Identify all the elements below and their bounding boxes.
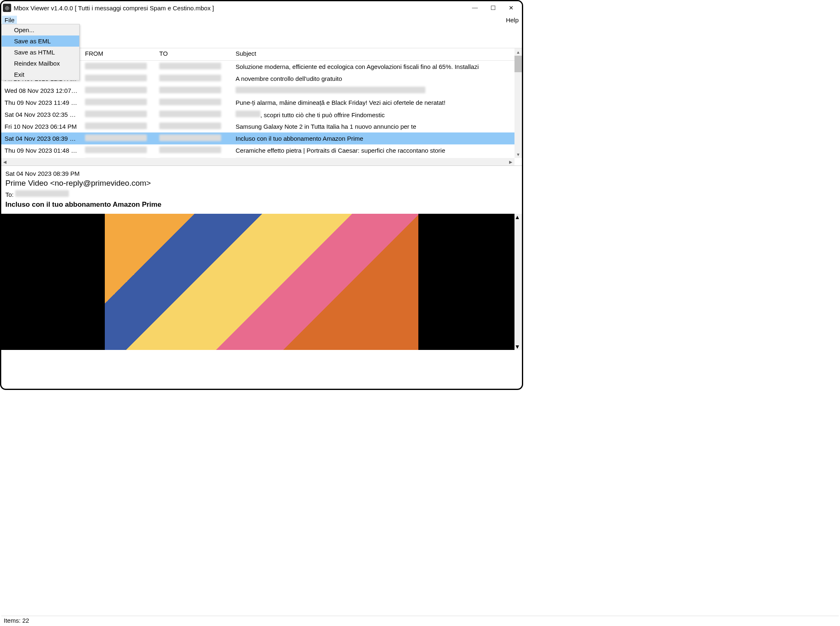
email-image [105, 214, 418, 350]
table-row[interactable]: Sat 04 Nov 2023 08:39 PMIncluso con il t… [1, 132, 522, 144]
minimize-button[interactable]: — [466, 2, 484, 14]
message-body: ▲ ▼ [1, 214, 522, 350]
menu-item-reindex-mailbox[interactable]: Reindex Mailbox [2, 58, 79, 69]
scroll-up-icon[interactable]: ▲ [514, 48, 522, 56]
scroll-right-icon[interactable]: ▶ [507, 158, 514, 165]
table-row[interactable]: Thu 09 Nov 2023 01:48 PMCeramiche effett… [1, 144, 522, 156]
close-button[interactable]: ✕ [502, 2, 520, 14]
message-subject: Incluso con il tuo abbonamento Amazon Pr… [5, 201, 518, 209]
maximize-button[interactable]: ☐ [484, 2, 502, 14]
redacted-recipient [15, 190, 69, 197]
horizontal-scrollbar[interactable]: ◀ ▶ [1, 158, 514, 165]
scroll-left-icon[interactable]: ◀ [1, 158, 9, 165]
message-from: Prime Video <no-reply@primevideo.com> [5, 179, 518, 188]
message-date: Sat 04 Nov 2023 08:39 PM [5, 170, 518, 177]
table-row[interactable]: Fri 10 Nov 2023 06:14 PMSamsung Galaxy N… [1, 120, 522, 132]
scroll-down-icon[interactable]: ▼ [514, 343, 522, 350]
col-subject[interactable]: Subject [232, 48, 510, 60]
window-controls: — ☐ ✕ [466, 2, 520, 14]
window-title: Mbox Viewer v1.4.0.0 [ Tutti i messaggi … [14, 5, 466, 12]
titlebar: ◎ Mbox Viewer v1.4.0.0 [ Tutti i messagg… [1, 1, 522, 14]
message-header: Sat 04 Nov 2023 08:39 PM Prime Video <no… [1, 165, 522, 211]
scroll-up-icon[interactable]: ▲ [514, 214, 522, 220]
message-scrollbar[interactable]: ▲ ▼ [514, 214, 522, 350]
col-from[interactable]: FROM [82, 48, 156, 60]
table-row[interactable]: Thu 09 Nov 2023 11:49 PMPune-ți alarma, … [1, 97, 522, 109]
menu-item-save-as-eml[interactable]: Save as EML [2, 35, 79, 47]
menu-item-save-as-html[interactable]: Save as HTML [2, 47, 79, 58]
vertical-scrollbar[interactable]: ▲ ▼ [514, 48, 522, 158]
menu-item-open-[interactable]: Open... [2, 24, 79, 35]
menu-file[interactable]: File [2, 16, 17, 24]
table-row[interactable]: Sat 04 Nov 2023 02:35 PM, scopri tutto c… [1, 109, 522, 120]
menu-help[interactable]: Help [503, 16, 521, 24]
col-to[interactable]: TO [156, 48, 232, 60]
app-icon: ◎ [3, 4, 11, 12]
scroll-thumb[interactable] [514, 56, 522, 72]
file-dropdown: Open...Save as EMLSave as HTMLReindex Ma… [1, 24, 80, 80]
menu-item-exit[interactable]: Exit [2, 69, 79, 80]
table-row[interactable]: Wed 08 Nov 2023 12:07 AM [1, 85, 522, 97]
scroll-down-icon[interactable]: ▼ [514, 151, 522, 158]
message-to: To: [5, 190, 518, 198]
